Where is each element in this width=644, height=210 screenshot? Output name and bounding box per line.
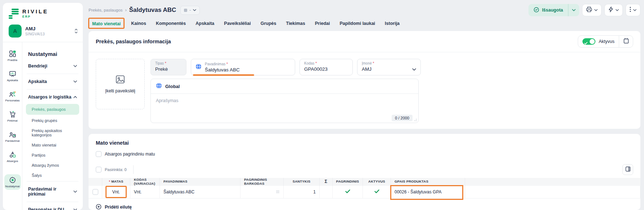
- rail-item-pradzia[interactable]: Pradžia: [4, 48, 21, 64]
- menu-group-apskaita[interactable]: Apskaita: [22, 75, 83, 88]
- chevron-down-icon: [594, 9, 598, 11]
- tab-tiekimas[interactable]: Tiekimas: [286, 21, 305, 26]
- description-textarea[interactable]: Aprašymas: [151, 94, 418, 115]
- cell-kodas[interactable]: Vnt.: [130, 186, 160, 198]
- active-toggle[interactable]: Aktyvus: [578, 38, 619, 45]
- tab-bar: Mato vienetai Kainos Komponentės Apskait…: [89, 17, 640, 30]
- rail-item-personalas[interactable]: Personalas: [4, 88, 21, 104]
- more-button[interactable]: [626, 4, 640, 16]
- company-select[interactable]: Įmonė * AMJ: [357, 59, 421, 75]
- people-icon: [9, 91, 17, 98]
- saved-dropdown-caret[interactable]: [568, 4, 579, 16]
- top-actions: Išsaugota: [528, 4, 640, 16]
- description-lang-header[interactable]: Global: [151, 79, 418, 94]
- code-input-value[interactable]: GPA00023: [304, 66, 348, 72]
- view-selector-button[interactable]: -: [180, 6, 200, 15]
- settings-menu: Nustatymai Bendrieji Apskaita Atsargos i…: [22, 42, 83, 210]
- tab-priedai[interactable]: Priedai: [315, 21, 330, 26]
- col-santykis: SANTYKIS: [284, 178, 320, 186]
- cell-gpais[interactable]: 00026 - Šaldytuvas GPA: [391, 186, 465, 198]
- char-counter: 0 / 2000: [392, 115, 413, 121]
- menu-group-pardavimai-pirkimai[interactable]: Pardavimai ir pirkimai: [22, 182, 83, 201]
- tab-istorija[interactable]: Istorija: [385, 21, 400, 26]
- code-field[interactable]: Kodas * GPA00023: [300, 59, 353, 75]
- tab-papildomi-laukai[interactable]: Papildomi laukai: [339, 21, 375, 26]
- col-matas: * MATAS: [102, 178, 130, 186]
- units-card: Mato vienetai Atsargos pagrindiniu matu …: [89, 134, 640, 210]
- tab-apskaita[interactable]: Apskaita: [195, 21, 214, 26]
- rail-item-atsargos[interactable]: Atsargos: [4, 149, 21, 165]
- calendar-button[interactable]: [619, 36, 633, 47]
- tab-grupes[interactable]: Grupės: [261, 21, 276, 26]
- menu-item-mato-vienetai[interactable]: Mato vienetai: [22, 140, 83, 150]
- menu-item-prekiu-apskaitos-kategorijos[interactable]: Prekių apskaitos kategorijos: [22, 126, 83, 140]
- rivile-logo-icon: [9, 9, 19, 19]
- menu-item-prekiu-grupes[interactable]: Prekių grupės: [22, 115, 83, 126]
- menu-item-prekes-paslaugos[interactable]: Prekės, paslaugos: [26, 104, 79, 115]
- upload-label: Įkelti paveikslėlį: [105, 88, 135, 93]
- rail-item-nustatymai[interactable]: Nustatymai: [4, 174, 21, 190]
- hamburger-icon[interactable]: [276, 190, 280, 193]
- col-aktyvus: AKTYVUS: [363, 178, 391, 186]
- menu-group-personalas-du[interactable]: Personalas ir DU: [22, 203, 83, 210]
- col-kodas: KODAS(VARIACIJA): [130, 178, 160, 186]
- breadcrumb[interactable]: Prekės, paslaugos: [89, 8, 123, 12]
- cell-pagrindinis[interactable]: [333, 186, 363, 198]
- product-info-card: Prekės, paslaugos informacija Aktyvus: [89, 31, 640, 129]
- chart-board-icon: [9, 70, 16, 78]
- chevron-down-icon: [616, 9, 619, 11]
- main-unit-checkbox-label: Atsargos pagrindiniu matu: [105, 152, 155, 157]
- image-upload-dropzone[interactable]: Įkelti paveikslėlį: [96, 59, 145, 109]
- image-icon: [116, 75, 125, 85]
- menu-title: Nustatymai: [22, 46, 83, 59]
- toggle-on-icon: [582, 38, 595, 45]
- chevron-down-icon: [633, 9, 636, 11]
- resize-handle-icon[interactable]: [414, 118, 417, 121]
- row-checkbox[interactable]: [93, 189, 98, 195]
- cell-sum: [320, 186, 333, 198]
- cart-icon: [9, 111, 16, 118]
- print-button[interactable]: [582, 4, 602, 16]
- tab-kainos[interactable]: Kainos: [131, 21, 146, 26]
- add-row-button[interactable]: Pridėti eilutę: [89, 198, 640, 210]
- tab-paveiksleliai[interactable]: Paveikslėliai: [224, 21, 251, 26]
- kebab-icon: [630, 6, 631, 14]
- main-unit-checkbox-row[interactable]: Atsargos pagrindiniu matu: [89, 146, 640, 157]
- chevron-down-icon: [73, 80, 77, 83]
- tab-komponentes[interactable]: Komponentės: [156, 21, 186, 26]
- description-block: Global Aprašymas 0 / 2000: [150, 79, 419, 123]
- menu-group-bendrieji[interactable]: Bendrieji: [22, 59, 83, 73]
- saved-split-button[interactable]: Išsaugota: [528, 4, 579, 16]
- menu-item-atsargu-zymos[interactable]: Atsargų žymos: [22, 160, 83, 170]
- company-value: AMJ: [362, 66, 416, 72]
- user-account: SINGVAI13: [25, 32, 45, 36]
- account-switcher[interactable]: A AMJ SINGVAI13: [9, 25, 78, 38]
- check-circle-icon: [533, 7, 539, 14]
- menu-item-salys[interactable]: Šalys: [22, 170, 83, 180]
- rail-item-pardavimai[interactable]: Pardavimai: [4, 129, 21, 144]
- app-root: RIVILE ERP A AMJ SINGVAI13 Pradž: [0, 0, 644, 210]
- cell-matas[interactable]: Vnt.: [102, 186, 130, 198]
- cell-barkodas[interactable]: [240, 186, 284, 198]
- name-input-value[interactable]: Šaldytuvas ABC: [205, 67, 240, 73]
- globe-icon: [195, 64, 202, 71]
- avatar: A: [9, 25, 22, 38]
- cell-aktyvus[interactable]: [363, 186, 391, 198]
- col-pavadinimas: PAVADINIMAS: [160, 178, 240, 186]
- table-toolbar: Pasirinkta: 0: [89, 163, 640, 178]
- table-header: * MATAS KODAS(VARIACIJA) PAVADINIMAS PAG…: [89, 178, 640, 186]
- column-settings-button[interactable]: [622, 164, 633, 175]
- rail-item-apskaita[interactable]: Apskaita: [4, 68, 21, 84]
- lightning-icon: [608, 6, 613, 14]
- menu-item-partijos[interactable]: Partijos: [22, 150, 83, 160]
- tab-mato-vienetai[interactable]: Mato vienetai: [92, 21, 121, 29]
- select-all-checkbox[interactable]: [96, 167, 102, 172]
- rail-item-pirkimai[interactable]: Pirkimai: [4, 109, 21, 124]
- cell-santykis[interactable]: 1: [284, 186, 320, 198]
- type-value: Prekė: [155, 66, 182, 72]
- menu-group-atsargos-logistika[interactable]: Atsargos ir logistika: [22, 90, 83, 104]
- checkbox-icon[interactable]: [96, 151, 102, 157]
- cell-pavadinimas[interactable]: Šaldytuvas ABC: [160, 186, 240, 198]
- actions-button[interactable]: [604, 4, 623, 16]
- name-field[interactable]: Pavadinimas * Šaldytuvas ABC: [191, 59, 295, 75]
